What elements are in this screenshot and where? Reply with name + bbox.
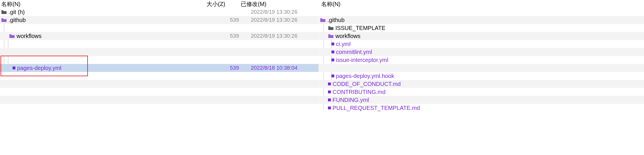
folder-icon	[320, 18, 326, 22]
cell-name: commitlint.yml	[320, 49, 525, 55]
file-label: PULL_REQUEST_TEMPLATE.md	[333, 105, 420, 111]
file-label: commitlint.yml	[336, 49, 372, 55]
right-pane: 名称(N) .githubISSUE_TEMPLATEworkflowsci.y…	[319, 0, 644, 155]
folder-label: .github	[9, 17, 26, 23]
folder-icon	[9, 34, 15, 38]
cell-name: workflows	[1, 33, 206, 39]
cell-name: CODE_OF_CONDUCT.md	[320, 81, 525, 87]
empty-row	[0, 24, 319, 32]
cell-name: workflows	[320, 33, 525, 39]
left-header: 名称(N) 大小(Z) 已修改(M)	[0, 0, 319, 8]
cell-name: ci.yml	[320, 41, 525, 47]
file-label: FUNDING.yml	[333, 97, 369, 103]
file-label: ci.yml	[336, 41, 351, 47]
file-row[interactable]: ci.yml	[319, 40, 644, 48]
col-header-name[interactable]: 名称(N)	[320, 0, 341, 8]
cell-name: CONTRIBUTING.md	[320, 89, 525, 95]
empty-row	[319, 64, 644, 72]
folder-label: workflows	[335, 33, 361, 39]
cell-modified: 2022/8/19 13:30:26	[241, 9, 317, 15]
folder-row[interactable]: .git (h)2022/8/19 13:30:26	[0, 8, 319, 16]
folder-icon	[1, 10, 7, 14]
empty-row	[0, 72, 319, 80]
file-label: CONTRIBUTING.md	[333, 89, 386, 95]
file-icon	[328, 98, 331, 101]
folder-row[interactable]: .github5392022/8/19 13:30:26	[0, 16, 319, 24]
col-header-name[interactable]: 名称(N)	[1, 0, 206, 8]
empty-row	[0, 80, 319, 88]
file-row[interactable]: pages-deploy.yml5392022/8/18 10:38:04	[0, 64, 319, 72]
empty-row	[0, 56, 319, 64]
cell-name: pages-deploy.yml	[1, 65, 206, 71]
file-icon	[331, 75, 334, 77]
file-icon	[328, 90, 331, 93]
folder-row[interactable]: .github	[319, 16, 644, 24]
file-row[interactable]: FUNDING.yml	[319, 96, 644, 104]
cell-name: PULL_REQUEST_TEMPLATE.md	[320, 105, 525, 111]
empty-row	[0, 40, 319, 48]
empty-row	[0, 104, 319, 112]
folder-row[interactable]: workflows	[319, 32, 644, 40]
file-icon	[331, 51, 334, 53]
file-label: issue-interceptor.yml	[336, 57, 388, 63]
left-rows: .git (h)2022/8/19 13:30:26.github5392022…	[0, 8, 319, 112]
folder-label: workflows	[17, 33, 42, 39]
folder-label: .github	[327, 17, 345, 23]
cell-name: .github	[1, 17, 206, 23]
cell-modified: 2022/8/19 13:30:26	[241, 33, 317, 39]
cell-name: FUNDING.yml	[320, 97, 525, 103]
empty-row	[0, 88, 319, 96]
cell-name: ISSUE_TEMPLATE	[320, 25, 525, 31]
cell-name: .git (h)	[1, 9, 206, 15]
empty-row	[319, 8, 644, 16]
folder-label: .git (h)	[9, 9, 25, 15]
file-icon	[331, 59, 334, 61]
cell-size: 539	[206, 33, 241, 39]
folder-label: ISSUE_TEMPLATE	[335, 25, 385, 31]
file-icon	[331, 43, 334, 45]
file-label: pages-deploy.yml.hook	[336, 73, 394, 79]
left-pane: 名称(N) 大小(Z) 已修改(M) .git (h)2022/8/19 13:…	[0, 0, 319, 155]
cell-size: 539	[206, 17, 241, 23]
folder-row[interactable]: ISSUE_TEMPLATE	[319, 24, 644, 32]
file-icon	[328, 106, 331, 109]
file-row[interactable]: pages-deploy.yml.hook	[319, 72, 644, 80]
file-row[interactable]: CODE_OF_CONDUCT.md	[319, 80, 644, 88]
empty-row	[0, 48, 319, 56]
cell-modified: 2022/8/18 10:38:04	[241, 65, 317, 71]
cell-modified: 2022/8/19 13:30:26	[241, 17, 317, 23]
folder-icon	[328, 34, 334, 38]
cell-name: .github	[320, 17, 525, 23]
cell-name: pages-deploy.yml.hook	[320, 73, 525, 79]
folder-icon	[1, 18, 7, 22]
file-label: pages-deploy.yml	[17, 65, 61, 71]
folder-row[interactable]: workflows5392022/8/19 13:30:26	[0, 32, 319, 40]
right-header: 名称(N)	[319, 0, 644, 8]
empty-row	[0, 96, 319, 104]
file-label: CODE_OF_CONDUCT.md	[333, 81, 401, 87]
file-icon	[13, 67, 15, 69]
cell-size: 539	[206, 65, 241, 71]
folder-icon	[328, 26, 334, 30]
file-row[interactable]: commitlint.yml	[319, 48, 644, 56]
file-row[interactable]: CONTRIBUTING.md	[319, 88, 644, 96]
right-rows: .githubISSUE_TEMPLATEworkflowsci.ymlcomm…	[319, 8, 644, 112]
file-row[interactable]: PULL_REQUEST_TEMPLATE.md	[319, 104, 644, 112]
cell-name: issue-interceptor.yml	[320, 57, 525, 63]
file-row[interactable]: issue-interceptor.yml	[319, 56, 644, 64]
file-icon	[328, 82, 331, 85]
col-header-modified[interactable]: 已修改(M)	[241, 0, 317, 8]
col-header-size[interactable]: 大小(Z)	[206, 0, 241, 8]
